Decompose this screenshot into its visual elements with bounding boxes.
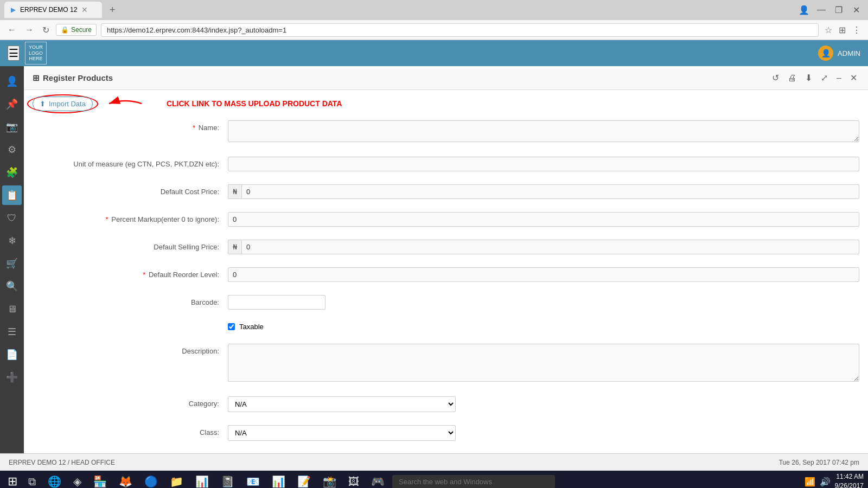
restore-button[interactable]: ❐ [831, 2, 846, 17]
tab-bar: ▶ ERPREV DEMO 12 ✕ + 👤 — ❐ ✕ [0, 0, 868, 20]
sidebar-item-users[interactable]: 👤 [2, 72, 22, 91]
taxable-checkbox[interactable] [228, 323, 235, 330]
excel-taskbar-button[interactable]: 📊 [191, 473, 213, 488]
start-button[interactable]: ⊞ [4, 473, 21, 488]
sidebar-item-settings[interactable]: ⚙ [2, 140, 22, 159]
games-taskbar-button[interactable]: 🎮 [367, 473, 389, 488]
sidebar-item-camera[interactable]: 📷 [2, 117, 22, 137]
sidebar-item-puzzle[interactable]: 🧩 [2, 163, 22, 182]
barcode-input[interactable] [228, 295, 326, 310]
reorder-input[interactable] [228, 267, 859, 282]
annotation: CLICK LINK TO MASS UPLOAD PRODUCT DATA [104, 95, 342, 112]
sidebar-item-shield[interactable]: 🛡 [2, 208, 22, 228]
tab-title: ERPREV DEMO 12 [20, 6, 77, 14]
edge-taskbar-button[interactable]: ◈ [69, 473, 86, 488]
barcode-row: Barcode: [33, 292, 859, 313]
network-tray-icon: 📶 [805, 477, 815, 487]
secure-label: Secure [71, 26, 92, 34]
active-tab[interactable]: ▶ ERPREV DEMO 12 ✕ [4, 2, 102, 18]
thumbnail-row: Thumbnail Image (.jpg, .gif, .png): Choo… [33, 451, 859, 453]
selling-price-row: Default Selling Price: ₦ [33, 236, 859, 258]
hamburger-menu[interactable]: ☰ [8, 46, 20, 61]
class-select[interactable]: N/A [228, 425, 456, 441]
page-actions: ↺ 🖨 ⬇ ⤢ – ✕ [770, 72, 859, 84]
powerpoint-taskbar-button[interactable]: 📊 [267, 473, 290, 488]
import-data-label: Import Data [49, 100, 86, 108]
reorder-label: * Default Reorder Level: [33, 267, 228, 279]
onenote-taskbar-button[interactable]: 📓 [216, 473, 239, 488]
cost-price-row: Default Cost Price: ₦ [33, 181, 859, 202]
markup-input[interactable] [228, 212, 859, 227]
cost-price-input-group: ₦ [228, 184, 859, 199]
name-control [228, 120, 859, 144]
back-button[interactable]: ← [5, 23, 18, 37]
upload-icon: ⬆ [40, 100, 46, 108]
annotation-text: CLICK LINK TO MASS UPLOAD PRODUCT DATA [167, 99, 342, 108]
outlook-taskbar-button[interactable]: 📧 [242, 473, 264, 488]
unit-input[interactable] [228, 157, 859, 171]
unit-row: Unit of measure (eg CTN, PCS, PKT,DZN et… [33, 153, 859, 175]
sidebar-item-snowflake[interactable]: ❄ [2, 231, 22, 251]
menu-icon[interactable]: ⋮ [851, 23, 863, 37]
reload-button[interactable]: ↻ [40, 23, 52, 37]
media-taskbar-button[interactable]: 📸 [318, 473, 341, 488]
tab-close-button[interactable]: ✕ [81, 5, 88, 14]
print-button[interactable]: 🖨 [786, 72, 799, 84]
refresh-button[interactable]: ↺ [770, 72, 781, 84]
photos-taskbar-button[interactable]: 🖼 [344, 473, 363, 489]
profile-button[interactable]: 👤 [796, 2, 812, 17]
barcode-control [228, 295, 859, 310]
minimize-button[interactable]: — [814, 2, 829, 17]
star-icon[interactable]: ☆ [823, 23, 834, 37]
sidebar-item-list[interactable]: 📋 [2, 185, 22, 205]
markup-label: * Percent Markup(enter 0 to ignore): [33, 212, 228, 223]
time-text: 11:42 AM [835, 472, 864, 481]
import-data-link[interactable]: ⬆ Import Data [33, 97, 93, 111]
url-bar[interactable]: https://demo12.erprev.com:8443/index.jsp… [101, 23, 819, 37]
taskview-button[interactable]: ⧉ [24, 473, 40, 489]
markup-row: * Percent Markup(enter 0 to ignore): [33, 209, 859, 230]
browser-taskbar-button[interactable]: 🌐 [43, 473, 66, 488]
name-input[interactable] [228, 120, 859, 142]
close-button[interactable]: ✕ [848, 2, 864, 17]
taskbar-search-area [392, 475, 801, 489]
sidebar: 👤 📌 📷 ⚙ 🧩 📋 🛡 ❄ 🛒 🔍 🖥 ☰ 📄 ➕ [0, 66, 24, 453]
expand-button[interactable]: ⤢ [819, 72, 830, 84]
sidebar-item-menu[interactable]: ☰ [2, 322, 22, 342]
class-control: N/A [228, 425, 859, 441]
sidebar-item-monitor[interactable]: 🖥 [2, 299, 22, 319]
firefox-taskbar-button[interactable]: 🦊 [114, 473, 137, 488]
sidebar-item-document[interactable]: 📄 [2, 345, 22, 364]
taskbar-right: 📶 🔊 11:42 AM 9/26/2017 [805, 472, 864, 488]
new-tab-button[interactable]: + [106, 4, 119, 16]
store-taskbar-button[interactable]: 🏪 [89, 473, 111, 488]
category-select[interactable]: N/A [228, 396, 456, 412]
selling-price-input[interactable] [241, 240, 859, 254]
date-text: 9/26/2017 [835, 481, 864, 488]
sidebar-item-search[interactable]: 🔍 [2, 277, 22, 296]
admin-label: ADMIN [838, 49, 860, 57]
taskbar-search-input[interactable] [392, 475, 555, 489]
close-page-button[interactable]: ✕ [848, 72, 859, 84]
selling-price-label: Default Selling Price: [33, 240, 228, 251]
extensions-icon[interactable]: ⊞ [837, 23, 847, 37]
taxable-text: Taxable [239, 323, 264, 331]
sidebar-item-plus[interactable]: ➕ [2, 368, 22, 387]
main-content: ⊞ Register Products ↺ 🖨 ⬇ ⤢ – ✕ ⬆ Import… [24, 66, 868, 453]
minimize-page-button[interactable]: – [834, 72, 844, 84]
chrome-taskbar-button[interactable]: 🔵 [140, 473, 162, 488]
page-header: ⊞ Register Products ↺ 🖨 ⬇ ⤢ – ✕ [24, 66, 868, 90]
forward-button[interactable]: → [23, 23, 36, 37]
word-taskbar-button[interactable]: 📝 [293, 473, 315, 488]
description-input[interactable] [228, 344, 859, 382]
sidebar-item-cart[interactable]: 🛒 [2, 254, 22, 273]
reorder-row: * Default Reorder Level: [33, 264, 859, 285]
cost-price-input[interactable] [241, 184, 859, 199]
markup-required-star: * [106, 215, 108, 223]
reorder-control [228, 267, 859, 282]
header-right: 👤 ADMIN [818, 46, 860, 61]
sidebar-item-pin[interactable]: 📌 [2, 94, 22, 114]
download-button[interactable]: ⬇ [803, 72, 814, 84]
address-bar: ← → ↻ 🔒 Secure https://demo12.erprev.com… [0, 20, 868, 40]
file-taskbar-button[interactable]: 📁 [165, 473, 188, 488]
